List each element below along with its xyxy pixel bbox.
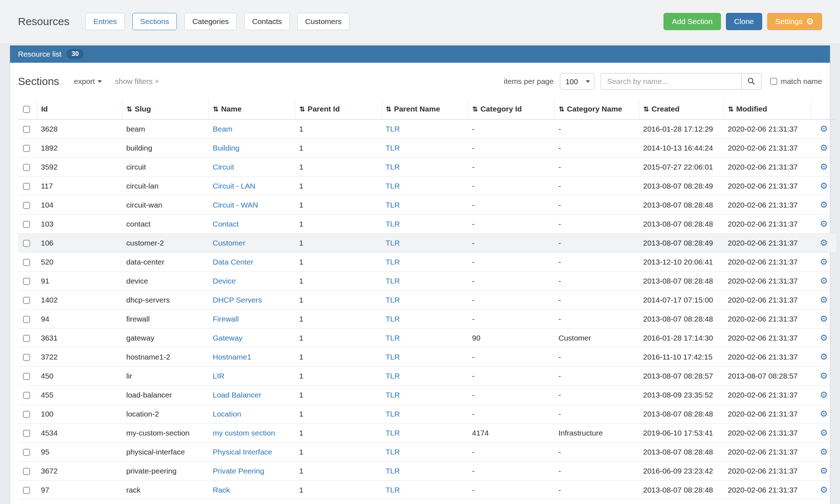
row-checkbox[interactable] bbox=[23, 335, 30, 342]
name-link[interactable]: Data Center bbox=[213, 258, 253, 266]
tab-categories[interactable]: Categories bbox=[184, 13, 237, 30]
search-input[interactable] bbox=[601, 73, 741, 90]
name-link[interactable]: Firewall bbox=[213, 315, 239, 323]
parent_name-link[interactable]: TLR bbox=[386, 258, 400, 266]
parent_name-link[interactable]: TLR bbox=[386, 220, 400, 228]
parent_name-link[interactable]: TLR bbox=[386, 201, 400, 209]
row-checkbox[interactable] bbox=[23, 278, 30, 285]
row-checkbox[interactable] bbox=[23, 126, 30, 133]
name-link[interactable]: Beam bbox=[213, 125, 232, 133]
export-dropdown[interactable]: export bbox=[74, 77, 102, 86]
tab-contacts[interactable]: Contacts bbox=[244, 13, 290, 30]
row-settings-button[interactable]: ⚙ bbox=[820, 333, 828, 342]
row-settings-button[interactable]: ⚙ bbox=[820, 143, 828, 152]
name-link[interactable]: Load Balancer bbox=[213, 391, 261, 399]
name-link[interactable]: Private Peering bbox=[213, 467, 264, 475]
row-checkbox[interactable] bbox=[23, 202, 30, 209]
row-settings-button[interactable]: ⚙ bbox=[820, 485, 828, 494]
row-checkbox[interactable] bbox=[23, 373, 30, 380]
row-settings-button[interactable]: ⚙ bbox=[820, 314, 828, 323]
column-header-category_name[interactable]: ⇅Category Name bbox=[554, 99, 639, 119]
items-per-page-select[interactable]: 100 bbox=[560, 73, 594, 90]
parent_name-link[interactable]: TLR bbox=[386, 334, 400, 342]
tab-entries[interactable]: Entries bbox=[85, 13, 124, 30]
row-settings-button[interactable]: ⚙ bbox=[820, 124, 828, 133]
row-checkbox[interactable] bbox=[23, 468, 30, 475]
row-settings-button[interactable]: ⚙ bbox=[820, 257, 828, 266]
parent_name-link[interactable]: TLR bbox=[386, 467, 400, 475]
show-filters-link[interactable]: show filters + bbox=[115, 77, 159, 86]
parent_name-link[interactable]: TLR bbox=[386, 486, 400, 494]
row-settings-button[interactable]: ⚙ bbox=[820, 200, 828, 209]
parent_name-link[interactable]: TLR bbox=[386, 125, 400, 133]
row-settings-button[interactable]: ⚙ bbox=[820, 371, 828, 380]
parent_name-link[interactable]: TLR bbox=[386, 353, 400, 361]
name-link[interactable]: my custom section bbox=[213, 429, 275, 437]
name-link[interactable]: Circuit bbox=[213, 163, 234, 171]
name-link[interactable]: Customer bbox=[213, 239, 245, 247]
row-checkbox[interactable] bbox=[23, 297, 30, 304]
column-header-parent_id[interactable]: ⇅Parent Id bbox=[295, 99, 381, 119]
row-settings-button[interactable]: ⚙ bbox=[820, 219, 828, 228]
match-name-checkbox[interactable] bbox=[770, 78, 777, 85]
row-checkbox[interactable] bbox=[23, 259, 30, 266]
parent_name-link[interactable]: TLR bbox=[386, 448, 400, 456]
row-settings-button[interactable]: ⚙ bbox=[820, 409, 828, 418]
parent_name-link[interactable]: TLR bbox=[386, 163, 400, 171]
name-link[interactable]: DHCP Servers bbox=[213, 296, 262, 304]
name-link[interactable]: Circuit - LAN bbox=[213, 182, 255, 190]
parent_name-link[interactable]: TLR bbox=[386, 429, 400, 437]
row-settings-button[interactable]: ⚙ bbox=[820, 276, 828, 285]
name-link[interactable]: Circuit - WAN bbox=[213, 201, 258, 209]
parent_name-link[interactable]: TLR bbox=[386, 239, 400, 247]
row-checkbox[interactable] bbox=[23, 392, 30, 399]
name-link[interactable]: LIR bbox=[213, 372, 225, 380]
name-link[interactable]: Device bbox=[213, 277, 236, 285]
row-settings-button[interactable]: ⚙ bbox=[820, 466, 828, 475]
name-link[interactable]: Gateway bbox=[213, 334, 242, 342]
parent_name-link[interactable]: TLR bbox=[386, 391, 400, 399]
row-settings-button[interactable]: ⚙ bbox=[820, 447, 828, 456]
row-checkbox[interactable] bbox=[23, 316, 30, 323]
row-checkbox[interactable] bbox=[23, 411, 30, 418]
settings-button[interactable]: Settings⚙ bbox=[767, 13, 822, 30]
name-link[interactable]: Location bbox=[213, 410, 241, 418]
parent_name-link[interactable]: TLR bbox=[386, 144, 400, 152]
row-checkbox[interactable] bbox=[23, 430, 30, 437]
row-settings-button[interactable]: ⚙ bbox=[820, 181, 828, 190]
row-settings-button[interactable]: ⚙ bbox=[820, 162, 828, 171]
parent_name-link[interactable]: TLR bbox=[386, 410, 400, 418]
row-settings-button[interactable]: ⚙ bbox=[820, 295, 828, 304]
parent_name-link[interactable]: TLR bbox=[386, 315, 400, 323]
row-settings-button[interactable]: ⚙ bbox=[820, 390, 828, 399]
row-checkbox[interactable] bbox=[23, 183, 30, 190]
row-settings-button[interactable]: ⚙ bbox=[820, 352, 828, 361]
row-checkbox[interactable] bbox=[23, 354, 30, 361]
parent_name-link[interactable]: TLR bbox=[386, 296, 400, 304]
name-link[interactable]: Hostname1 bbox=[213, 353, 251, 361]
column-header-slug[interactable]: ⇅Slug bbox=[122, 99, 208, 119]
parent_name-link[interactable]: TLR bbox=[386, 372, 400, 380]
column-header-id[interactable]: Id bbox=[37, 99, 122, 119]
name-link[interactable]: Building bbox=[213, 144, 240, 152]
add-section-button[interactable]: Add Section bbox=[664, 13, 721, 30]
row-checkbox[interactable] bbox=[23, 487, 30, 494]
name-link[interactable]: Physical Interface bbox=[213, 448, 272, 456]
column-header-parent_name[interactable]: ⇅Parent Name bbox=[381, 99, 468, 119]
select-all-checkbox[interactable] bbox=[23, 106, 30, 113]
column-header-category_id[interactable]: ⇅Category Id bbox=[468, 99, 554, 119]
column-header-name[interactable]: ⇅Name bbox=[208, 99, 295, 119]
parent_name-link[interactable]: TLR bbox=[386, 277, 400, 285]
parent_name-link[interactable]: TLR bbox=[386, 182, 400, 190]
name-link[interactable]: Rack bbox=[213, 486, 230, 494]
row-checkbox[interactable] bbox=[23, 240, 30, 247]
row-checkbox[interactable] bbox=[23, 449, 30, 456]
tab-customers[interactable]: Customers bbox=[297, 13, 350, 30]
column-header-modified[interactable]: ⇅Modified bbox=[723, 99, 811, 119]
row-checkbox[interactable] bbox=[23, 164, 30, 171]
search-button[interactable] bbox=[741, 73, 761, 90]
row-settings-button[interactable]: ⚙ bbox=[820, 238, 828, 247]
name-link[interactable]: Contact bbox=[213, 220, 239, 228]
row-checkbox[interactable] bbox=[23, 145, 30, 152]
clone-button[interactable]: Clone bbox=[726, 13, 762, 30]
